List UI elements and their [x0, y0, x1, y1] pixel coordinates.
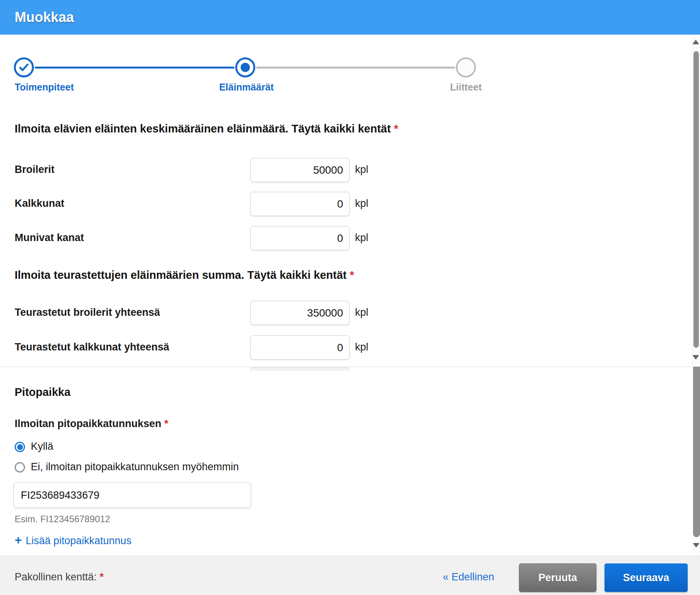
pitopaikka-question: Ilmoitan pitopaikkatunnuksen * [15, 418, 168, 430]
radio-kylla[interactable] [15, 442, 25, 452]
next-button[interactable]: Seuraava [605, 563, 688, 592]
live-section-heading: Ilmoita elävien eläinten keskimääräinen … [15, 122, 398, 135]
dialog-title: Muokkaa [15, 0, 74, 35]
label-munivat-kanat: Munivat kanat [15, 232, 84, 244]
required-field-note: Pakollinen kenttä: * [15, 571, 104, 583]
scroll-up-arrow-icon[interactable] [692, 40, 699, 44]
step-label-elainmaarat[interactable]: Eläinmäärät [219, 82, 274, 93]
unit-kalkkunat: kpl [355, 198, 368, 210]
cancel-button[interactable]: Peruuta [519, 563, 596, 592]
pitopaikka-heading: Pitopaikka [15, 386, 70, 399]
slaughter-section-heading: Ilmoita teurastettujen eläinmäärien summ… [15, 269, 354, 282]
dot-icon [241, 63, 250, 72]
stepper-line-upcoming [256, 67, 455, 69]
unit-teurastetut-kalkkunat: kpl [355, 341, 368, 353]
required-asterisk: * [164, 418, 169, 429]
stepper-line-completed [35, 67, 234, 69]
pitopaikka-example-hint: Esim. FI123456789012 [15, 514, 110, 525]
input-broilerit[interactable] [250, 158, 350, 182]
label-kalkkunat: Kalkkunat [15, 198, 64, 210]
dialog-header: Muokkaa [0, 0, 700, 35]
input-kalkkunat[interactable] [250, 192, 350, 216]
input-teurastetut-broilerit[interactable] [250, 301, 350, 325]
required-asterisk: * [350, 269, 354, 281]
clipped-input-edge [250, 367, 350, 371]
label-teurastetut-kalkkunat: Teurastetut kalkkunat yhteensä [15, 341, 169, 353]
previous-link[interactable]: « Edellinen [443, 571, 494, 583]
scrollbar-thumb-bottom[interactable] [693, 367, 700, 537]
radio-label-ei[interactable]: Ei, ilmoitan pitopaikkatunnuksen myöhemm… [31, 461, 239, 473]
step-elainmaarat[interactable] [235, 57, 255, 77]
unit-munivat-kanat: kpl [355, 232, 368, 244]
required-asterisk: * [100, 571, 104, 583]
unit-broilerit: kpl [355, 164, 368, 176]
input-teurastetut-kalkkunat[interactable] [250, 335, 350, 360]
step-label-liitteet: Liitteet [450, 82, 482, 93]
input-munivat-kanat[interactable] [250, 226, 350, 250]
radio-label-kylla[interactable]: Kyllä [31, 441, 54, 453]
scrollbar-thumb-top[interactable] [693, 51, 699, 348]
scroll-down-arrow-icon[interactable] [693, 543, 700, 548]
plus-icon: + [15, 533, 22, 547]
required-asterisk: * [394, 122, 398, 135]
add-pitopaikka-link[interactable]: +Lisää pitopaikkatunnus [15, 533, 131, 547]
unit-teurastetut-broilerit: kpl [355, 307, 368, 318]
radio-ei[interactable] [15, 462, 25, 473]
scroll-down-arrow-icon[interactable] [692, 355, 699, 360]
pitopaikka-id-input[interactable] [13, 483, 251, 508]
step-toimenpiteet[interactable] [14, 57, 34, 77]
content-divider [0, 367, 692, 367]
step-liitteet[interactable] [456, 57, 476, 77]
label-teurastetut-broilerit: Teurastetut broilerit yhteensä [15, 307, 160, 318]
label-broilerit: Broilerit [15, 164, 55, 176]
step-label-toimenpiteet[interactable]: Toimenpiteet [15, 82, 74, 93]
